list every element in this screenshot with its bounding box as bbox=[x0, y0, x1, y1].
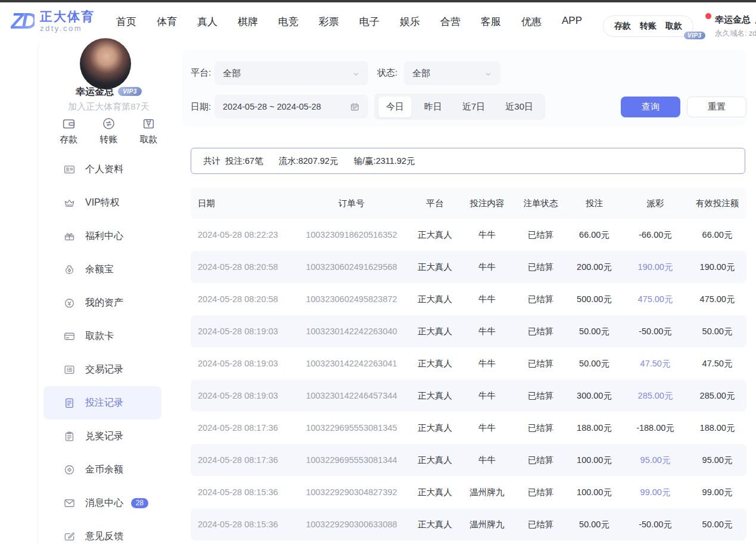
nav-item-10[interactable]: 优惠 bbox=[521, 15, 542, 29]
table-row: 2024-05-28 08:15:361003229290300633088正大… bbox=[191, 508, 746, 540]
nav-item-6[interactable]: 电子 bbox=[359, 15, 379, 29]
wallet-action-0[interactable]: 存款 bbox=[614, 21, 631, 32]
col-header-4: 注单状态 bbox=[515, 198, 566, 209]
cell-order: 1003230918620516352 bbox=[292, 230, 411, 240]
sidebar-item-11[interactable]: 意见反馈 bbox=[43, 520, 161, 544]
nav-item-1[interactable]: 体育 bbox=[157, 15, 177, 29]
cell-status: 已结算 bbox=[515, 519, 566, 530]
sidebar-item-label: 意见反馈 bbox=[85, 530, 123, 543]
nav-item-0[interactable]: 首页 bbox=[116, 15, 136, 29]
site-domain: zdty.com bbox=[40, 24, 95, 33]
cell-bet: 50.00元 bbox=[566, 519, 623, 530]
cell-date: 2024-05-28 08:15:36 bbox=[191, 487, 292, 497]
nav-item-5[interactable]: 彩票 bbox=[319, 15, 339, 29]
quick-action-取款[interactable]: 取款 bbox=[140, 116, 158, 145]
table-row: 2024-05-28 08:19:031003230142246457344正大… bbox=[191, 380, 746, 412]
nav-item-2[interactable]: 真人 bbox=[197, 15, 217, 29]
cell-status: 已结算 bbox=[515, 358, 566, 369]
sidebar-item-3[interactable]: 余额宝 bbox=[43, 253, 161, 286]
sidebar-item-4[interactable]: 我的资产 bbox=[43, 286, 161, 319]
cell-order: 1003229695553081344 bbox=[292, 455, 411, 465]
col-header-7: 有效投注额 bbox=[688, 198, 746, 209]
cell-status: 已结算 bbox=[515, 390, 566, 402]
sidebar-item-5[interactable]: 取款卡 bbox=[43, 319, 161, 353]
range-1[interactable]: 昨日 bbox=[416, 97, 450, 117]
header-user[interactable]: VIP3 幸运金总总 永久域名: zdty bbox=[689, 13, 756, 39]
search-button[interactable]: 查询 bbox=[621, 97, 680, 117]
sidebar-item-2[interactable]: 福利中心 bbox=[43, 219, 161, 253]
cell-status: 已结算 bbox=[515, 422, 566, 434]
summary-winloss: 输/赢:2311.92元 bbox=[354, 156, 415, 167]
quick-action-存款[interactable]: 存款 bbox=[60, 116, 78, 145]
status-select[interactable]: 全部 bbox=[404, 61, 500, 85]
sidebar-item-label: 我的资产 bbox=[85, 297, 123, 309]
user-avatar[interactable]: VIP3 bbox=[689, 13, 711, 36]
transfer-icon bbox=[101, 116, 116, 131]
chevron-down-icon bbox=[484, 70, 492, 77]
sidebar-item-label: 取款卡 bbox=[85, 330, 114, 343]
site-title: 正大体育 bbox=[40, 10, 95, 24]
message-icon bbox=[63, 497, 76, 509]
notification-dot bbox=[705, 13, 712, 20]
sidebar-item-8[interactable]: 兑奖记录 bbox=[43, 419, 161, 453]
cell-payout: 190.00元 bbox=[623, 262, 688, 273]
logo-mark: ZD bbox=[11, 11, 35, 32]
cell-date: 2024-05-28 08:19:03 bbox=[191, 391, 292, 400]
redeem-records-icon bbox=[63, 430, 76, 443]
cell-valid: 66.00元 bbox=[688, 229, 746, 241]
feedback-icon bbox=[63, 530, 76, 543]
cell-bet: 188.00元 bbox=[566, 422, 623, 434]
sidebar-item-label: 金币余额 bbox=[85, 464, 123, 476]
summary-bets: 投注:67笔 bbox=[225, 156, 263, 167]
cell-order: 1003229695553081345 bbox=[292, 423, 411, 433]
cell-payout: 99.00元 bbox=[623, 487, 688, 498]
reset-button[interactable]: 重置 bbox=[687, 97, 746, 117]
sidebar-item-7[interactable]: 投注记录 bbox=[43, 386, 161, 419]
cell-platform: 正大真人 bbox=[411, 229, 459, 241]
nav-item-7[interactable]: 娱乐 bbox=[400, 15, 420, 29]
range-2[interactable]: 近7日 bbox=[455, 97, 493, 117]
cell-payout: -50.00元 bbox=[623, 326, 688, 337]
vip-badge: VIP3 bbox=[684, 32, 705, 39]
nav-item-9[interactable]: 客服 bbox=[481, 15, 501, 29]
wallet-action-1[interactable]: 转账 bbox=[640, 21, 657, 32]
platform-select[interactable]: 全部 bbox=[214, 61, 368, 85]
nav-item-4[interactable]: 电竞 bbox=[278, 15, 298, 29]
range-3[interactable]: 近30日 bbox=[497, 97, 541, 117]
nav-item-11[interactable]: APP bbox=[562, 15, 582, 29]
cell-date: 2024-05-28 08:20:58 bbox=[191, 262, 292, 272]
cell-valid: 50.00元 bbox=[688, 326, 746, 337]
table-row: 2024-05-28 08:15:361003229290304827392正大… bbox=[191, 476, 746, 508]
cell-date: 2024-05-28 08:15:36 bbox=[191, 520, 292, 529]
nav-item-3[interactable]: 棋牌 bbox=[238, 15, 258, 29]
cell-order: 1003229290300633088 bbox=[292, 520, 411, 529]
cell-bet: 50.00元 bbox=[566, 358, 623, 369]
wallet-action-2[interactable]: 取款 bbox=[665, 21, 682, 32]
cell-bet: 100.00元 bbox=[566, 487, 623, 498]
date-range-input[interactable]: 2024-05-28 ~ 2024-05-28 bbox=[214, 95, 368, 119]
range-0[interactable]: 今日 bbox=[378, 97, 412, 117]
gift-icon bbox=[63, 230, 76, 243]
col-header-6: 派彩 bbox=[623, 198, 688, 209]
profile-avatar[interactable] bbox=[80, 38, 131, 89]
sidebar-item-9[interactable]: 金币余额 bbox=[43, 453, 161, 486]
cell-content: 牛牛 bbox=[459, 294, 515, 305]
nav-item-8[interactable]: 合营 bbox=[440, 15, 461, 29]
sidebar-item-label: 个人资料 bbox=[85, 163, 123, 176]
cell-content: 温州牌九 bbox=[459, 487, 515, 498]
sidebar-item-10[interactable]: 消息中心28 bbox=[43, 486, 161, 520]
cell-order: 1003230602495823872 bbox=[292, 294, 411, 304]
site-logo[interactable]: ZD 正大体育 zdty.com bbox=[11, 10, 95, 33]
sidebar-item-1[interactable]: VIP特权 bbox=[43, 186, 161, 219]
cell-order: 1003230142242263040 bbox=[292, 327, 411, 336]
cell-valid: 95.00元 bbox=[688, 455, 746, 466]
quick-action-转账[interactable]: 转账 bbox=[100, 116, 118, 145]
col-header-0: 日期 bbox=[191, 198, 292, 209]
coin-balance-icon bbox=[63, 464, 76, 476]
sidebar-item-0[interactable]: 个人资料 bbox=[43, 153, 161, 186]
calendar-icon bbox=[350, 102, 360, 112]
user-name: 幸运金总 bbox=[715, 14, 751, 24]
platform-label: 平台: bbox=[191, 67, 211, 79]
permanent-domain: 永久域名: zdty bbox=[715, 29, 756, 39]
sidebar-item-6[interactable]: 交易记录 bbox=[43, 353, 161, 386]
